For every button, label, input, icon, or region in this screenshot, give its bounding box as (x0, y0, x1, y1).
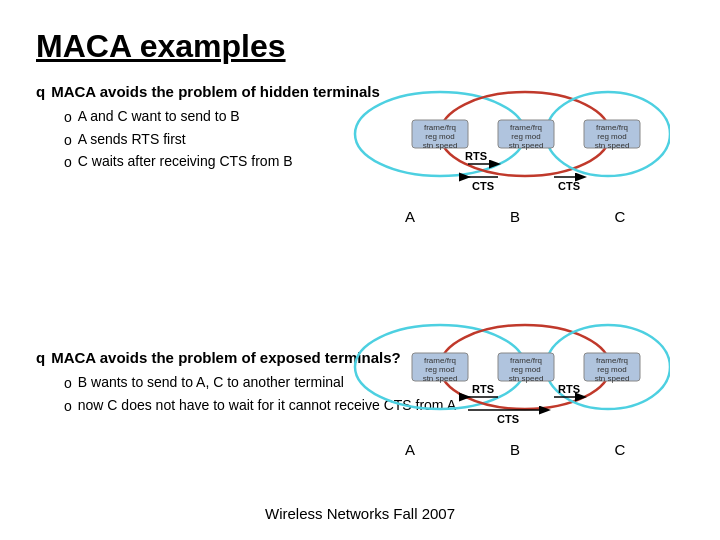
svg-text:frame/frq: frame/frq (424, 356, 456, 365)
section2-bullet: q (36, 349, 45, 366)
diagram2-node-c: C (600, 441, 640, 458)
diagram1: frame/frq reg mod stn speed frame/frq re… (350, 82, 680, 242)
diagram1-node-b: B (495, 208, 535, 225)
diagram2-node-b: B (495, 441, 535, 458)
diagram1-node-a: A (390, 208, 430, 225)
diagram2-node-a: A (390, 441, 430, 458)
svg-text:CTS: CTS (497, 413, 519, 425)
svg-text:reg mod: reg mod (511, 365, 540, 374)
diagram2-svg: frame/frq reg mod stn speed frame/frq re… (350, 315, 670, 435)
section1-bullet: q (36, 83, 45, 100)
svg-text:reg mod: reg mod (597, 365, 626, 374)
svg-text:stn speed: stn speed (595, 374, 630, 383)
section2-title: MACA avoids the problem of exposed termi… (51, 349, 401, 366)
footer: Wireless Networks Fall 2007 (0, 505, 720, 522)
svg-text:CTS: CTS (472, 180, 494, 192)
diagram1-svg: frame/frq reg mod stn speed frame/frq re… (350, 82, 670, 202)
svg-text:reg mod: reg mod (511, 132, 540, 141)
svg-text:stn speed: stn speed (423, 141, 458, 150)
svg-text:stn speed: stn speed (423, 374, 458, 383)
section1-title: MACA avoids the problem of hidden termin… (51, 83, 380, 100)
svg-text:RTS: RTS (472, 383, 494, 395)
svg-text:stn speed: stn speed (595, 141, 630, 150)
svg-text:frame/frq: frame/frq (424, 123, 456, 132)
svg-text:reg mod: reg mod (597, 132, 626, 141)
diagram1-node-c: C (600, 208, 640, 225)
page-title: MACA examples (36, 28, 684, 65)
svg-text:frame/frq: frame/frq (510, 356, 542, 365)
svg-text:frame/frq: frame/frq (596, 123, 628, 132)
svg-text:stn speed: stn speed (509, 374, 544, 383)
svg-text:CTS: CTS (558, 180, 580, 192)
svg-text:reg mod: reg mod (425, 365, 454, 374)
svg-text:stn speed: stn speed (509, 141, 544, 150)
svg-text:reg mod: reg mod (425, 132, 454, 141)
svg-text:RTS: RTS (465, 150, 487, 162)
diagram2: frame/frq reg mod stn speed frame/frq re… (350, 315, 680, 475)
svg-text:frame/frq: frame/frq (510, 123, 542, 132)
svg-text:RTS: RTS (558, 383, 580, 395)
svg-text:frame/frq: frame/frq (596, 356, 628, 365)
